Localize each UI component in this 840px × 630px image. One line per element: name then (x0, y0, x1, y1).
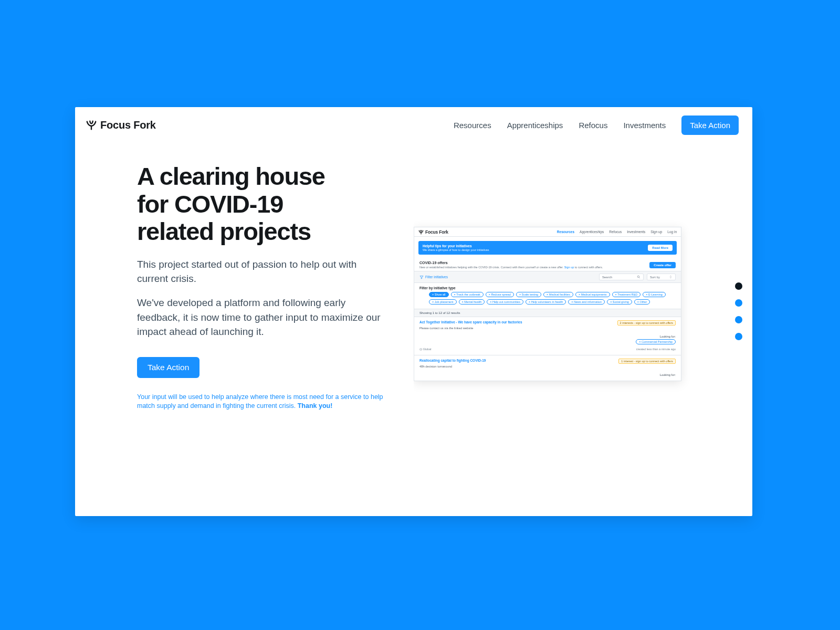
page-dots (735, 282, 742, 340)
preview-item-badge: 2 interests - sign up to connect with of… (617, 320, 676, 326)
search-icon (637, 275, 640, 279)
preview-filter-chip[interactable]: × Reduce spread (486, 292, 514, 297)
preview-filter-chip[interactable]: × Mental health (459, 299, 485, 304)
nav-apprenticeships[interactable]: Apprenticeships (507, 121, 563, 130)
nav-resources[interactable]: Resources (454, 121, 491, 130)
preview-filter-chip[interactable]: × Treatment R&D (612, 292, 641, 297)
preview-item-sub: 48h decision turnaround (419, 365, 676, 368)
preview-filter-chip[interactable]: × Scale testing (516, 292, 541, 297)
preview-nav-item[interactable]: Log in (667, 230, 677, 234)
preview-nav-item[interactable]: Investments (627, 230, 645, 234)
preview-banner-sub: We share a glimpse of how to design your… (423, 248, 489, 251)
preview-filter-chip[interactable]: × Help out communities (487, 299, 523, 304)
preview-search-input[interactable]: Search (599, 274, 644, 280)
primary-nav: Resources Apprenticeships Refocus Invest… (454, 116, 739, 135)
preview-tips-banner: Helpful tips for your initiatives We sha… (418, 241, 677, 255)
preview-section-title: COVID-19 offers (419, 261, 603, 265)
preview-nav-item[interactable]: Refocus (609, 230, 622, 234)
brand-mark-icon (418, 229, 424, 235)
preview-filter-box: Filter by initiative type × Show all× Tr… (414, 283, 681, 309)
preview-brand: Focus Fork (418, 229, 448, 235)
preview-result-item[interactable]: Reallocating capital to fighting COVID-1… (414, 355, 681, 381)
preview-filter-chips: × Show all× Track the outbreak× Reduce s… (419, 292, 676, 304)
preview-item-time: created less than a minute ago (636, 348, 676, 351)
preview-section-sub: New or established initiatives helping w… (419, 266, 603, 269)
nav-refocus[interactable]: Refocus (579, 121, 607, 130)
preview-section: COVID-19 offers New or established initi… (414, 259, 681, 271)
preview-item-sub: Please contact us via the linked website (419, 327, 676, 330)
preview-item-looking: Looking for: (419, 373, 676, 376)
brand-logo[interactable]: Focus Fork (86, 119, 156, 131)
page-dot[interactable] (735, 282, 742, 290)
preview-filter-chip[interactable]: × E-Learning (643, 292, 666, 297)
hero-preview-column: Focus Fork Resources Apprenticeships Ref… (414, 143, 752, 516)
brand-mark-icon (86, 119, 97, 131)
preview-filter-chip[interactable]: × Social giving (607, 299, 632, 304)
hero-copy: A clearing house for COVID-19 related pr… (75, 143, 414, 516)
hero-headline: A clearing house for COVID-19 related pr… (137, 163, 398, 246)
preview-filter-chip[interactable]: × News and information (568, 299, 605, 304)
page-dot[interactable] (735, 333, 742, 340)
preview-item-looking: Looking for: × Commercial Partnership (419, 335, 676, 344)
preview-nav-item[interactable]: Apprenticeships (580, 230, 604, 234)
svg-point-2 (637, 276, 639, 278)
site-header: Focus Fork Resources Apprenticeships Ref… (75, 107, 752, 143)
preview-create-offer-button[interactable]: Create offer (649, 262, 676, 268)
brand-name: Focus Fork (100, 119, 156, 131)
preview-result-item[interactable]: Act Together Initiative - We have spare … (414, 317, 681, 355)
preview-nav: Resources Apprenticeships Refocus Invest… (557, 230, 677, 234)
preview-item-badge: 1 interest - sign up to connect with off… (618, 359, 676, 364)
preview-sort-select[interactable]: Sort by (647, 274, 676, 280)
landing-card: Focus Fork Resources Apprenticeships Ref… (75, 107, 752, 516)
chevron-up-down-icon (669, 275, 673, 279)
preview-filter-chip[interactable]: × Show all (429, 292, 449, 297)
preview-item-look-chip: × Commercial Partnership (636, 339, 676, 344)
preview-signup-link[interactable]: Sign up (564, 266, 574, 269)
preview-item-title: Act Together Initiative - We have spare … (419, 320, 522, 326)
preview-nav-item[interactable]: Sign up (650, 230, 662, 234)
preview-read-more-button[interactable]: Read More (648, 245, 673, 251)
hero-para-2: We've developed a platform and following… (137, 296, 384, 339)
preview-nav-item[interactable]: Resources (557, 230, 574, 234)
preview-filter-chip[interactable]: × Track the outbreak (451, 292, 484, 297)
preview-filter-chip[interactable]: × Help volunteers in health (526, 299, 566, 304)
product-preview: Focus Fork Resources Apprenticeships Ref… (414, 227, 681, 381)
preview-toolbar: Filter initiatives Search Sort by (414, 271, 681, 283)
preview-result-bar: Showing 1 to 12 of 12 results (414, 309, 681, 317)
hero-cta-button[interactable]: Take Action (137, 357, 200, 378)
preview-header: Focus Fork Resources Apprenticeships Ref… (414, 227, 681, 237)
preview-item-location: ◎ Global (419, 348, 431, 351)
svg-line-3 (639, 277, 639, 278)
hero: A clearing house for COVID-19 related pr… (75, 143, 752, 516)
page-dot[interactable] (735, 299, 742, 307)
preview-filter-chip[interactable]: × Medical equipments (575, 292, 610, 297)
hero-para-1: This project started out of passion to h… (137, 257, 384, 286)
preview-filter-chip[interactable]: × Other (634, 299, 650, 304)
preview-banner-title: Helpful tips for your initiatives (423, 244, 489, 248)
preview-filter-title: Filter by initiative type (419, 286, 676, 290)
nav-cta-button[interactable]: Take Action (681, 116, 739, 135)
preview-filter-link[interactable]: Filter initiatives (419, 275, 448, 279)
page-dot[interactable] (735, 316, 742, 323)
hero-footnote: Your input will be used to help analyze … (137, 393, 386, 411)
nav-investments[interactable]: Investments (623, 121, 666, 130)
preview-filter-chip[interactable]: × Job placement (429, 299, 457, 304)
filter-icon (419, 275, 424, 279)
preview-item-title: Reallocating capital to fighting COVID-1… (419, 359, 486, 364)
preview-filter-chip[interactable]: × Medical facilities (543, 292, 573, 297)
